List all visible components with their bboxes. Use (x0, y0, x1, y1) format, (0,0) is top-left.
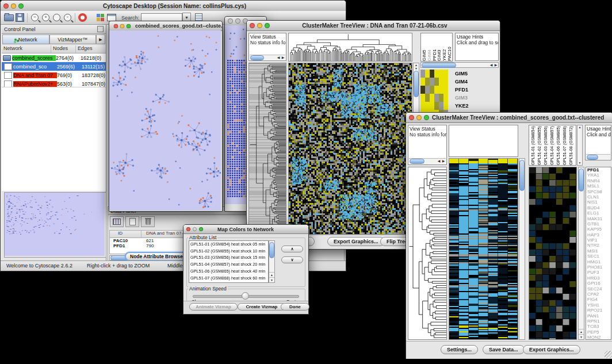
zoom-heatmap-canvas[interactable] (529, 167, 576, 339)
scroll-left-icon[interactable]: ◀ (437, 159, 441, 163)
scroll-left-icon[interactable]: ◀ (489, 63, 494, 67)
tv1-heatmap[interactable] (288, 63, 412, 235)
attribute-list-item[interactable]: GPL51-07 (GSM868) heat shock 60 min (189, 275, 268, 282)
dialog-button-animate-vizmap[interactable]: Animate Vizmap (189, 303, 238, 311)
matrix-cell[interactable] (443, 78, 448, 86)
close-button[interactable] (409, 115, 414, 120)
zoom-out-button[interactable]: − (29, 13, 40, 23)
minimize-button[interactable] (120, 24, 125, 28)
matrix-cell[interactable] (430, 78, 434, 86)
column-dendrogram-canvas[interactable] (289, 33, 412, 61)
move-down-button[interactable]: ∨ (281, 256, 303, 263)
matrix-cell[interactable] (425, 94, 430, 102)
row-dendrogram-canvas[interactable] (408, 167, 446, 339)
network-list-row[interactable]: combined_scores2764(0)16218(0) (2, 53, 106, 62)
matrix-cell[interactable] (430, 86, 434, 94)
zoom-selected-button[interactable]: ▫ (62, 13, 73, 23)
move-up-button[interactable]: ∧ (281, 246, 303, 252)
minimize-button[interactable] (11, 3, 16, 9)
matrix-cell[interactable] (443, 102, 448, 110)
scroll-right-icon[interactable]: ▶ (441, 159, 446, 163)
resize-grip[interactable] (605, 351, 612, 358)
scroll-up-icon[interactable]: ▲ (579, 329, 584, 334)
tv2-collabel-scrollbar[interactable]: ▲ ▼ (577, 125, 583, 166)
close-button[interactable] (114, 24, 118, 28)
dialog-button-create-vizmap[interactable]: Create Vizmap (238, 303, 286, 311)
matrix-cell[interactable] (439, 78, 443, 86)
scroll-down-icon[interactable]: ▼ (577, 161, 582, 165)
heatmap-canvas[interactable] (449, 159, 518, 339)
matrix-cell[interactable] (434, 94, 439, 102)
scroll-down-icon[interactable]: ▼ (579, 334, 584, 339)
network-list-row[interactable]: combined_sco2569(6)13112(15) (2, 62, 106, 71)
minimize-button[interactable] (235, 18, 240, 24)
zoom-button[interactable] (265, 23, 270, 28)
scrollbar-thumb[interactable] (519, 160, 525, 191)
tv1-zoom-heatmap[interactable] (420, 70, 448, 118)
matrix-cell[interactable] (443, 70, 448, 78)
matrix-cell[interactable] (434, 86, 439, 94)
network-list-row[interactable]: DNA and Tran 07769(0)183728(0) (2, 71, 106, 79)
matrix-cell[interactable] (443, 94, 448, 102)
node-attribute-browser-tab[interactable]: Node Attribute Browser (125, 252, 190, 261)
matrix-cell[interactable] (443, 86, 448, 94)
scroll-up-icon[interactable]: ▲ (269, 272, 274, 277)
matrix-cell[interactable] (420, 102, 425, 110)
matrix-cell[interactable] (430, 70, 434, 78)
network-canvas-1[interactable] (109, 30, 221, 210)
scrollbar-thumb[interactable] (579, 168, 584, 191)
tab-network[interactable]: Network (2, 35, 49, 44)
matrix-cell[interactable] (439, 70, 443, 78)
matrix-cell[interactable] (420, 78, 425, 86)
matrix-cell[interactable] (425, 70, 430, 78)
matrix-cell[interactable] (425, 102, 430, 110)
zoom-button[interactable] (127, 24, 131, 28)
tv1-status-scrollbar[interactable]: ◀ ▶ (250, 55, 285, 60)
tv2-vscrollbar[interactable] (519, 158, 525, 340)
select-attributes-button[interactable] (110, 216, 124, 227)
matrix-cell[interactable] (420, 86, 425, 94)
attribute-list-item[interactable]: GPL51-02 (GSM855) heat shock 10 min (189, 248, 268, 255)
treeview2-titlebar[interactable]: ClusterMaker TreeView : combined_scores_… (406, 113, 612, 123)
matrix-cell[interactable] (420, 94, 425, 102)
float-panel-icon[interactable] (97, 26, 104, 32)
minimize-button[interactable] (257, 23, 262, 28)
cytoscape-titlebar[interactable]: Cytoscape Desktop (Session Name: collins… (1, 1, 346, 12)
minimize-button[interactable] (416, 115, 422, 120)
help-button[interactable] (77, 13, 88, 23)
zoom-fit-button[interactable] (51, 13, 62, 23)
matrix-cell[interactable] (420, 70, 425, 78)
network-window-1-titlebar[interactable]: combined_scores_good.txt--cluste... (109, 21, 222, 31)
close-button[interactable] (3, 3, 9, 9)
delete-attribute-button[interactable] (141, 216, 155, 227)
tv2-hints-scrollbar[interactable] (586, 154, 610, 159)
dialog-titlebar[interactable]: Map Colors to Network (183, 225, 308, 234)
scroll-down-icon[interactable]: ▼ (269, 277, 274, 282)
attribute-list-item[interactable]: GPL51-04 (GSM857) heat shock 20 min (189, 261, 268, 268)
zoom-button[interactable] (424, 115, 429, 120)
open-session-button[interactable] (3, 13, 14, 23)
row-dendrogram-canvas[interactable] (249, 63, 286, 234)
tv2-heatmap[interactable] (449, 158, 518, 340)
heatmap-canvas[interactable] (289, 63, 412, 234)
tv1-column-dendrogram[interactable] (288, 33, 412, 62)
zoom-button[interactable] (199, 227, 203, 231)
matrix-cell[interactable] (425, 86, 430, 94)
scroll-down-icon[interactable]: ▼ (414, 67, 419, 70)
tv2-rowlabel-scrollbar[interactable]: ▲ ▼ (578, 167, 584, 340)
zoom-button[interactable] (18, 3, 24, 9)
tv2-button-save-data-[interactable]: Save Data... (483, 345, 525, 354)
birdseye-view[interactable] (4, 192, 106, 258)
birdseye-canvas[interactable] (5, 193, 105, 256)
matrix-cell[interactable] (430, 94, 434, 102)
attribute-list-item[interactable]: GPL51-01 (GSM854) heat shock 05 min (189, 241, 268, 248)
minimize-button[interactable] (193, 227, 197, 231)
attribute-list-item[interactable]: GPL51-06 (GSM865) heat shock 40 min (189, 268, 268, 275)
scroll-up-icon[interactable]: ▲ (577, 125, 582, 129)
zoom-in-button[interactable]: + (40, 13, 51, 23)
scroll-right-icon[interactable]: ▶ (281, 56, 285, 60)
close-button[interactable] (228, 18, 233, 24)
treeview1-titlebar[interactable]: ClusterMaker TreeView : DNA and Tran 07-… (247, 21, 500, 31)
matrix-cell[interactable] (434, 102, 439, 110)
matrix-cell[interactable] (430, 102, 434, 110)
